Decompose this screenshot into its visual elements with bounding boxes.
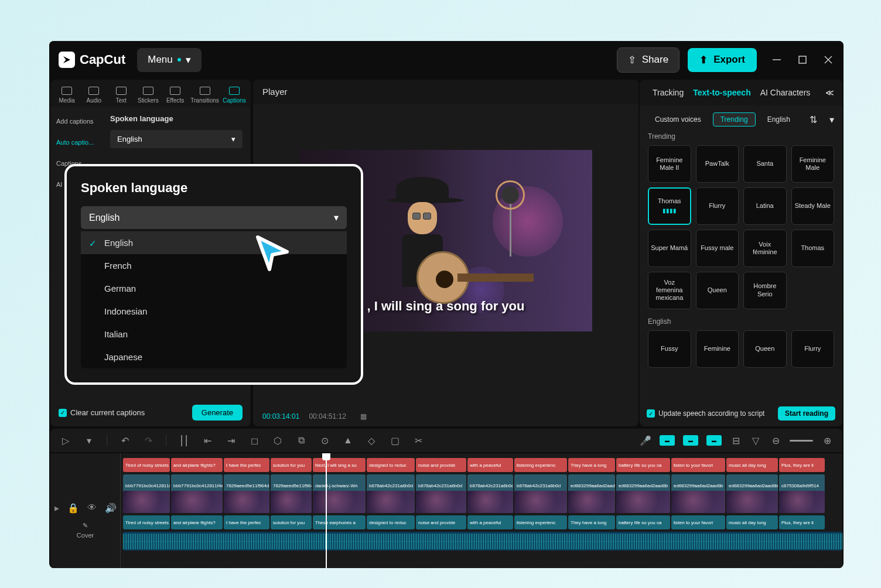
timeline-clip[interactable]: Plus, they are li bbox=[779, 458, 825, 472]
link-on-icon[interactable]: ▬ bbox=[706, 435, 722, 446]
menu-button[interactable]: Menu ▾ bbox=[137, 48, 202, 72]
split-icon[interactable]: ⎮⎮ bbox=[178, 435, 190, 446]
voice-card[interactable]: Hombre Serio bbox=[743, 272, 787, 309]
snap-on-icon[interactable]: ▬ bbox=[683, 435, 698, 446]
mirror-icon[interactable]: ⧉ bbox=[295, 435, 307, 446]
timeline-clip[interactable]: They have a long bbox=[568, 515, 615, 529]
video-thumbnail[interactable] bbox=[224, 491, 269, 513]
flip-icon[interactable]: ▲ bbox=[342, 435, 354, 446]
track-expand-icon[interactable]: ▸ bbox=[54, 502, 59, 514]
voice-card[interactable]: Feminine bbox=[696, 330, 739, 368]
voice-card[interactable]: Steady Male bbox=[791, 187, 835, 225]
video-thumbnail[interactable] bbox=[313, 491, 366, 513]
tool-tab-audio[interactable]: Audio bbox=[81, 83, 107, 107]
timeline-clip[interactable]: battery life so you ca bbox=[616, 515, 670, 529]
timeline-clip[interactable]: listening experienc bbox=[514, 515, 567, 529]
lock-icon[interactable]: 🔒 bbox=[67, 502, 79, 514]
timeline-clip[interactable]: and airplane flights? bbox=[171, 515, 223, 529]
timeline-tracks[interactable]: Tired of noisy streetsand airplane fligh… bbox=[121, 453, 842, 568]
timeline-clip[interactable]: music all day long bbox=[726, 515, 778, 529]
tool-tab-effects[interactable]: Effects bbox=[162, 83, 188, 107]
voice-card[interactable]: Super Mamá bbox=[648, 230, 691, 267]
tool-tab-transitions[interactable]: Transitions bbox=[189, 83, 220, 107]
eye-icon[interactable]: 👁 bbox=[87, 502, 97, 514]
generate-button[interactable]: Generate bbox=[192, 405, 243, 421]
tool-chevron-icon[interactable]: ▾ bbox=[83, 435, 95, 446]
tool-tab-captions[interactable]: Captions bbox=[221, 83, 247, 107]
voice-card[interactable]: Queen bbox=[743, 330, 787, 368]
mic-icon[interactable]: 🎤 bbox=[640, 435, 651, 446]
timeline-clip[interactable]: Tired of noisy streets bbox=[123, 458, 170, 472]
video-thumbnail[interactable] bbox=[671, 491, 725, 513]
rotate-icon[interactable]: ◇ bbox=[366, 435, 377, 446]
timeline-clip[interactable]: with a peaceful bbox=[467, 515, 513, 529]
timeline-clip[interactable]: Tired of noisy streets bbox=[123, 515, 170, 529]
magnet-on-icon[interactable]: ▬ bbox=[660, 435, 675, 446]
right-tab[interactable]: Tracking bbox=[648, 86, 688, 100]
timeline-clip[interactable]: listen to your favori bbox=[671, 458, 725, 472]
timeline-clip[interactable]: with a peaceful bbox=[467, 458, 513, 472]
timeline-clip[interactable]: listening experienc bbox=[514, 458, 567, 472]
popup-option[interactable]: Italian bbox=[81, 323, 347, 346]
timeline-clip[interactable]: music all day long bbox=[726, 458, 778, 472]
timeline-clip[interactable]: solution for you bbox=[271, 458, 312, 472]
popup-option[interactable]: ✓English bbox=[81, 231, 347, 254]
popup-option[interactable]: Indonesian bbox=[81, 300, 347, 323]
mask-icon[interactable]: ⬡ bbox=[272, 435, 284, 446]
marker-icon[interactable]: ▽ bbox=[750, 435, 762, 446]
voice-card[interactable]: PawTalk bbox=[696, 145, 739, 183]
popup-option[interactable]: German bbox=[81, 277, 347, 300]
voice-card[interactable]: Fussy male bbox=[696, 230, 739, 267]
right-tab[interactable]: Text-to-speech bbox=[688, 86, 756, 100]
voice-card[interactable]: Thomas bbox=[791, 230, 835, 267]
right-tab[interactable]: AI Characters bbox=[756, 86, 815, 100]
video-thumbnail[interactable] bbox=[467, 491, 513, 513]
voice-filter-pill[interactable]: Trending bbox=[713, 112, 756, 127]
start-reading-button[interactable]: Start reading bbox=[778, 406, 835, 421]
voice-card[interactable]: Voz femenina mexicana bbox=[648, 272, 691, 309]
export-button[interactable]: ⬆ Export bbox=[688, 48, 757, 72]
timeline-clip[interactable]: They have a long bbox=[568, 458, 615, 472]
timeline-clip[interactable]: I have the perfec bbox=[224, 515, 269, 529]
timeline-clip[interactable]: battery life so you ca bbox=[616, 458, 670, 472]
timeline-clip[interactable]: noise and provide bbox=[416, 458, 466, 472]
video-thumbnail[interactable] bbox=[568, 491, 615, 513]
video-thumbnail[interactable] bbox=[616, 491, 670, 513]
undo-icon[interactable]: ↶ bbox=[119, 435, 131, 446]
voice-card[interactable]: Latina bbox=[743, 187, 787, 225]
update-speech-checkbox[interactable]: ✓ Update speech according to script bbox=[647, 409, 764, 418]
video-thumbnail[interactable] bbox=[416, 491, 466, 513]
voice-card[interactable]: Thomas▮▮▮▮ bbox=[648, 187, 691, 225]
pro-cut-icon[interactable]: ✂ bbox=[412, 435, 424, 446]
timeline-clip[interactable]: noise and provide bbox=[416, 515, 466, 529]
voice-card[interactable]: Feminine Male II bbox=[648, 145, 691, 183]
voice-card[interactable]: Fussy bbox=[648, 330, 691, 368]
playhead[interactable] bbox=[326, 453, 327, 568]
tool-tab-stickers[interactable]: Stickers bbox=[135, 83, 161, 107]
speed-icon[interactable]: ⊙ bbox=[319, 435, 330, 446]
timeline-clip[interactable]: Plus, they are li bbox=[779, 515, 825, 529]
voice-card[interactable]: Feminine Male bbox=[791, 145, 835, 183]
redo-icon[interactable]: ↷ bbox=[142, 435, 154, 446]
timeline-clip[interactable]: and airplane flights? bbox=[171, 458, 223, 472]
video-thumbnail[interactable] bbox=[171, 491, 223, 513]
crop2-icon[interactable]: ▢ bbox=[389, 435, 401, 446]
close-button[interactable] bbox=[822, 54, 834, 66]
side-item[interactable]: Add captions bbox=[53, 112, 100, 131]
popup-option[interactable]: Japanese bbox=[81, 346, 347, 368]
timeline-clip[interactable]: Next, I will sing a so bbox=[313, 458, 366, 472]
trim-right-icon[interactable]: ⇥ bbox=[225, 435, 237, 446]
clear-captions-checkbox[interactable]: ✓ Clear current captions bbox=[59, 408, 145, 417]
grid-icon[interactable]: ▦ bbox=[360, 412, 367, 421]
voice-filter-pill[interactable]: Custom voices bbox=[648, 113, 708, 126]
select-tool-icon[interactable]: ▷ bbox=[60, 435, 71, 446]
timeline-clip[interactable]: designed to reduc bbox=[367, 458, 415, 472]
speaker-icon[interactable]: 🔊 bbox=[105, 502, 117, 514]
zoom-out-icon[interactable]: ⊖ bbox=[770, 435, 781, 446]
timeline-clip[interactable]: listen to your favori bbox=[671, 515, 725, 529]
side-item[interactable]: Auto captio... bbox=[53, 133, 100, 152]
popup-select[interactable]: English ▾ bbox=[81, 206, 347, 229]
timeline-clip[interactable]: designed to reduc bbox=[367, 515, 415, 529]
crop-icon[interactable]: ◻ bbox=[248, 435, 260, 446]
filter-icon[interactable]: ⇅ bbox=[810, 114, 817, 125]
